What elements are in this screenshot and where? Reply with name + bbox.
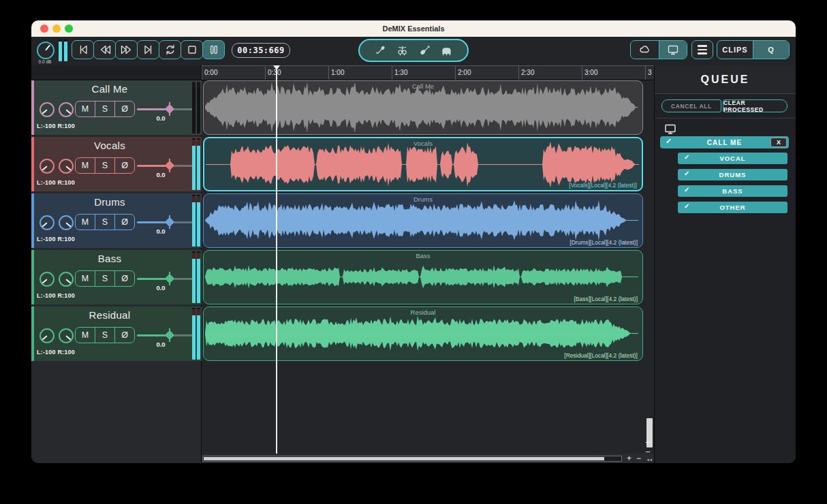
solo-button[interactable]: S: [95, 328, 114, 343]
ruler-tick: 1:30: [392, 66, 407, 80]
volume-slider[interactable]: [137, 334, 196, 336]
queue-stem-item[interactable]: ✓ BASS: [678, 185, 787, 197]
pause-button[interactable]: [202, 40, 225, 59]
pan-left-knob[interactable]: [40, 328, 54, 343]
audio-clip[interactable]: Residual [Residual][Local][4.2 (latest)]: [203, 306, 643, 361]
mute-button[interactable]: M: [76, 158, 95, 173]
queue-stem-item[interactable]: ✓ OTHER: [678, 202, 787, 213]
audio-clip[interactable]: Call Me: [203, 80, 643, 135]
track-header[interactable]: Drums M S Ø 0.0 L:-100 R:100: [31, 193, 202, 248]
mute-button[interactable]: M: [76, 101, 95, 116]
horizontal-zoom-in-button[interactable]: +: [627, 454, 631, 462]
queue-job-item[interactable]: ✓ CALL ME X: [660, 136, 789, 148]
skip-start-button[interactable]: [72, 40, 94, 59]
pan-right-knob[interactable]: [59, 215, 74, 230]
queue-stem-item[interactable]: ✓ DRUMS: [678, 169, 787, 180]
volume-slider[interactable]: [137, 278, 196, 280]
audio-clip[interactable]: Bass [Bass][Local][4.2 (latest)]: [203, 250, 643, 304]
cancel-all-button[interactable]: CANCEL ALL: [661, 99, 721, 112]
track-header[interactable]: Vocals M S Ø 0.0 L:-100 R:100: [31, 137, 202, 191]
pan-right-knob[interactable]: [59, 328, 74, 343]
menu-button[interactable]: [691, 40, 713, 59]
title-bar[interactable]: DeMIX Essentials: [31, 20, 796, 37]
audio-clip[interactable]: Drums [Drums][Local][4.2 (latest)]: [203, 193, 643, 248]
track-name: Vocals: [31, 140, 188, 151]
loop-button[interactable]: [159, 40, 181, 59]
main-area: Call Me M S Ø 0.0 L:-100 R:100 Vocals M …: [31, 65, 796, 463]
phase-button[interactable]: Ø: [114, 328, 134, 343]
time-ruler[interactable]: 0:000:301:001:302:002:303:003: [202, 65, 654, 80]
mute-button[interactable]: M: [76, 271, 95, 286]
track-header[interactable]: Call Me M S Ø 0.0 L:-100 R:100: [31, 80, 202, 135]
horizontal-scrollbar-thumb[interactable]: [204, 457, 604, 460]
track-button-group: M S Ø: [75, 214, 135, 230]
pan-left-knob[interactable]: [40, 102, 54, 117]
queue-panel: QUEUE CANCEL ALL CLEAR PROCESSED ✓ CALL …: [654, 65, 796, 463]
solo-button[interactable]: S: [95, 101, 114, 116]
pan-left-knob[interactable]: [40, 159, 54, 174]
meter-bar-left: [192, 251, 196, 303]
stem-selector-button[interactable]: [358, 39, 469, 62]
fast-forward-button[interactable]: [115, 40, 138, 59]
meter-bar-left: [192, 308, 196, 360]
pan-left-knob[interactable]: [40, 215, 54, 230]
volume-readout: 0.0: [140, 171, 181, 178]
queue-stem-item[interactable]: ✓ VOCAL: [678, 153, 787, 164]
guitar-icon: [418, 44, 431, 57]
master-volume-knob[interactable]: [37, 42, 54, 59]
volume-readout: 0.0: [140, 227, 181, 235]
playhead-marker[interactable]: [273, 65, 280, 70]
pan-right-knob[interactable]: [59, 159, 74, 174]
pan-right-knob[interactable]: [59, 272, 74, 287]
audio-clip[interactable]: Vocals [Vocals][Local][4.2 (latest)]: [203, 137, 643, 191]
remove-job-button[interactable]: X: [770, 138, 787, 147]
clip-title: Drums: [204, 195, 642, 203]
horizontal-zoom-out-button[interactable]: −: [636, 454, 641, 462]
volume-slider-thumb[interactable]: [165, 274, 174, 283]
volume-slider-thumb[interactable]: [165, 104, 174, 114]
phase-button[interactable]: Ø: [114, 101, 134, 116]
clear-processed-button[interactable]: CLEAR PROCESSED: [723, 99, 787, 112]
cloud-target-button[interactable]: [631, 41, 659, 59]
skip-end-button[interactable]: [137, 40, 159, 59]
rewind-button[interactable]: [93, 40, 116, 59]
stop-button[interactable]: [181, 40, 203, 59]
solo-button[interactable]: S: [95, 158, 114, 173]
solo-button[interactable]: S: [95, 215, 114, 230]
meter-bar-left: [192, 138, 196, 190]
mute-button[interactable]: M: [76, 215, 95, 230]
meter-bar-right: [197, 195, 200, 247]
pan-right-knob[interactable]: [59, 102, 74, 117]
queue-actions: CANCEL ALL CLEAR PROCESSED: [661, 99, 787, 112]
horizontal-scrollbar-track[interactable]: [202, 456, 622, 462]
horizontal-scrollbar-area: + − ↔: [202, 454, 654, 463]
solo-button[interactable]: S: [95, 271, 114, 286]
playhead-line: [276, 69, 277, 454]
loop-icon: [163, 43, 177, 57]
volume-slider-thumb[interactable]: [165, 217, 174, 227]
queue-view-button[interactable]: Q: [753, 41, 789, 59]
ruler-tick: 1:00: [328, 66, 344, 80]
volume-slider-thumb[interactable]: [165, 161, 174, 170]
headers-top-spacer: [31, 65, 201, 80]
mute-button[interactable]: M: [76, 328, 95, 343]
volume-slider-thumb[interactable]: [165, 330, 174, 340]
vertical-zoom-in-button[interactable]: +: [644, 439, 652, 447]
track-header[interactable]: Residual M S Ø 0.0 L:-100 R:100: [31, 306, 202, 361]
phase-button[interactable]: Ø: [114, 271, 134, 286]
track-level-meter: [192, 308, 200, 360]
track-button-group: M S Ø: [75, 157, 135, 174]
track-name: Drums: [31, 196, 188, 208]
vertical-zoom-out-button[interactable]: −: [644, 448, 652, 456]
phase-button[interactable]: Ø: [114, 215, 134, 230]
clips-view-button[interactable]: CLIPS: [717, 41, 753, 59]
pan-left-knob[interactable]: [40, 272, 54, 287]
local-target-button[interactable]: [659, 41, 687, 59]
pan-readout: L:-100 R:100: [37, 349, 75, 356]
master-db-readout: 0.0 dB: [31, 59, 59, 64]
volume-slider[interactable]: [137, 165, 196, 167]
track-header[interactable]: Bass M S Ø 0.0 L:-100 R:100: [31, 250, 202, 304]
phase-button[interactable]: Ø: [114, 158, 134, 173]
volume-slider[interactable]: [137, 221, 196, 223]
volume-slider[interactable]: [137, 108, 196, 110]
